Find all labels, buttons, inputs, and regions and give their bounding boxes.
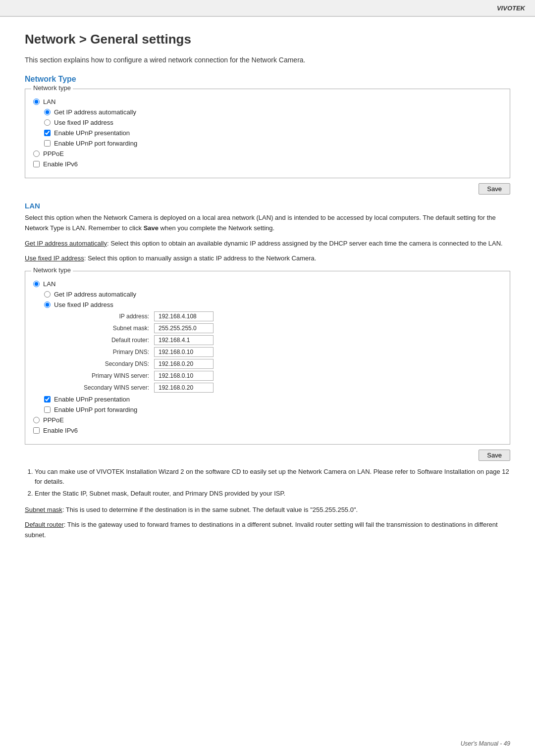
pppoe-radio-label: PPPoE xyxy=(43,150,64,157)
enable-ipv6-label-2: Enable IPv6 xyxy=(43,427,78,434)
ip-value-6[interactable]: 192.168.0.20 xyxy=(154,383,214,393)
ip-row-5: Primary WINS server:192.168.0.10 xyxy=(65,371,502,381)
ip-row-2: Default router:192.168.4.1 xyxy=(65,335,502,345)
lan-radio-label: LAN xyxy=(43,98,55,105)
pppoe-radio-row-2[interactable]: PPPoE xyxy=(33,416,502,424)
lan-heading: LAN xyxy=(25,202,510,210)
get-ip-auto-radio-2[interactable] xyxy=(44,291,51,298)
use-fixed-ip-desc-text: : Select this option to manually assign … xyxy=(84,254,317,262)
save-strong: Save xyxy=(144,224,159,232)
subnet-mask-para: Subnet mask: This is used to determine i… xyxy=(25,505,510,515)
ip-label-4: Secondary DNS: xyxy=(65,360,154,367)
ip-value-5[interactable]: 192.168.0.10 xyxy=(154,371,214,381)
pppoe-radio-2[interactable] xyxy=(33,417,40,423)
ip-row-1: Subnet mask:255.255.255.0 xyxy=(65,323,502,333)
enable-upnp-pf-label: Enable UPnP port forwarding xyxy=(54,140,137,147)
use-fixed-ip-row-2[interactable]: Use fixed IP address xyxy=(44,301,502,308)
get-ip-auto-desc-para: Get IP address automatically: Select thi… xyxy=(25,239,510,249)
get-ip-auto-desc-text: : Select this option to obtain an availa… xyxy=(107,240,503,247)
use-fixed-ip-desc-para: Use fixed IP address: Select this option… xyxy=(25,253,510,264)
default-router-label: Default router xyxy=(25,521,64,528)
enable-ipv6-label: Enable IPv6 xyxy=(43,160,78,168)
ip-row-3: Primary DNS:192.168.0.10 xyxy=(65,347,502,357)
section-heading-network-type: Network Type xyxy=(25,75,510,84)
pppoe-radio-row[interactable]: PPPoE xyxy=(33,150,502,157)
ip-value-3[interactable]: 192.168.0.10 xyxy=(154,347,214,357)
enable-upnp-row-2[interactable]: Enable UPnP presentation xyxy=(44,396,502,403)
ip-value-0[interactable]: 192.168.4.108 xyxy=(154,311,214,321)
subnet-mask-desc: : This is used to determine if the desti… xyxy=(62,506,358,513)
save-btn-row-2: Save xyxy=(25,450,510,461)
ip-value-1[interactable]: 255.255.255.0 xyxy=(154,323,214,333)
ip-label-3: Primary DNS: xyxy=(65,349,154,355)
enable-upnp-pf-label-2: Enable UPnP port forwarding xyxy=(54,406,137,413)
ip-label-6: Secondary WINS server: xyxy=(65,384,154,391)
enable-upnp-pf-row-2[interactable]: Enable UPnP port forwarding xyxy=(44,406,502,413)
note-item-0: You can make use of VIVOTEK Installation… xyxy=(35,467,510,487)
default-router-desc: : This is the gateway used to forward fr… xyxy=(25,521,498,539)
ip-row-0: IP address:192.168.4.108 xyxy=(65,311,502,321)
use-fixed-ip-radio-2[interactable] xyxy=(44,302,51,308)
lan-paragraph: Select this option when the Network Came… xyxy=(25,213,510,234)
use-fixed-ip-desc-label: Use fixed IP address xyxy=(25,254,84,262)
use-fixed-ip-label: Use fixed IP address xyxy=(54,119,113,126)
use-fixed-ip-label-2: Use fixed IP address xyxy=(54,301,113,308)
save-button-1[interactable]: Save xyxy=(479,183,510,195)
pppoe-radio[interactable] xyxy=(33,151,40,157)
pppoe-radio-label-2: PPPoE xyxy=(43,416,64,424)
enable-upnp-row[interactable]: Enable UPnP presentation xyxy=(44,129,502,137)
page-footer: User's Manual - 49 xyxy=(461,740,510,747)
page-header: VIVOTEK xyxy=(0,0,535,16)
use-fixed-ip-row[interactable]: Use fixed IP address xyxy=(44,119,502,126)
ip-label-1: Subnet mask: xyxy=(65,325,154,332)
enable-ipv6-row-2[interactable]: Enable IPv6 xyxy=(33,427,502,434)
save-button-2[interactable]: Save xyxy=(479,450,510,461)
fixed-ip-box: Network type LAN Get IP address automati… xyxy=(25,271,510,445)
lan-radio-row[interactable]: LAN xyxy=(33,98,502,105)
ip-label-2: Default router: xyxy=(65,337,154,344)
note-item-1: Enter the Static IP, Subnet mask, Defaul… xyxy=(35,489,510,499)
lan-radio-row-2[interactable]: LAN xyxy=(33,280,502,288)
subnet-mask-label: Subnet mask xyxy=(25,506,62,513)
enable-upnp-checkbox-2[interactable] xyxy=(44,396,51,403)
get-ip-auto-radio[interactable] xyxy=(44,109,51,115)
get-ip-auto-row[interactable]: Get IP address automatically xyxy=(44,108,502,116)
enable-upnp-label-2: Enable UPnP presentation xyxy=(54,396,130,403)
page-title: Network > General settings xyxy=(25,32,510,47)
box-legend-1: Network type xyxy=(31,84,73,92)
ip-value-4[interactable]: 192.168.0.20 xyxy=(154,359,214,369)
use-fixed-ip-radio[interactable] xyxy=(44,119,51,126)
get-ip-auto-label-2: Get IP address automatically xyxy=(54,291,136,298)
box-legend-2: Network type xyxy=(31,266,73,274)
lan-radio-2[interactable] xyxy=(33,281,40,287)
enable-upnp-checkbox[interactable] xyxy=(44,130,51,136)
network-type-box-1: Network type LAN Get IP address automati… xyxy=(25,89,510,178)
numbered-list: You can make use of VIVOTEK Installation… xyxy=(25,467,510,499)
get-ip-auto-row-2[interactable]: Get IP address automatically xyxy=(44,291,502,298)
enable-upnp-pf-checkbox[interactable] xyxy=(44,140,51,147)
lan-radio[interactable] xyxy=(33,99,40,105)
enable-ipv6-checkbox[interactable] xyxy=(33,161,40,167)
ip-fields: IP address:192.168.4.108Subnet mask:255.… xyxy=(65,311,502,393)
save-btn-row-1: Save xyxy=(25,183,510,195)
lan-section: LAN Select this option when the Network … xyxy=(25,202,510,264)
ip-label-5: Primary WINS server: xyxy=(65,372,154,379)
enable-upnp-label: Enable UPnP presentation xyxy=(54,129,130,137)
ip-row-4: Secondary DNS:192.168.0.20 xyxy=(65,359,502,369)
default-router-para: Default router: This is the gateway used… xyxy=(25,520,510,541)
ip-value-2[interactable]: 192.168.4.1 xyxy=(154,335,214,345)
brand-label: VIVOTEK xyxy=(497,4,525,12)
ip-row-6: Secondary WINS server:192.168.0.20 xyxy=(65,383,502,393)
ip-label-0: IP address: xyxy=(65,313,154,320)
enable-ipv6-checkbox-2[interactable] xyxy=(33,427,40,434)
get-ip-auto-label: Get IP address automatically xyxy=(54,108,136,116)
get-ip-auto-desc-label: Get IP address automatically xyxy=(25,240,107,247)
intro-text: This section explains how to configure a… xyxy=(25,56,510,64)
enable-upnp-pf-row[interactable]: Enable UPnP port forwarding xyxy=(44,140,502,147)
enable-ipv6-row[interactable]: Enable IPv6 xyxy=(33,160,502,168)
enable-upnp-pf-checkbox-2[interactable] xyxy=(44,406,51,413)
lan-radio-label-2: LAN xyxy=(43,280,55,288)
